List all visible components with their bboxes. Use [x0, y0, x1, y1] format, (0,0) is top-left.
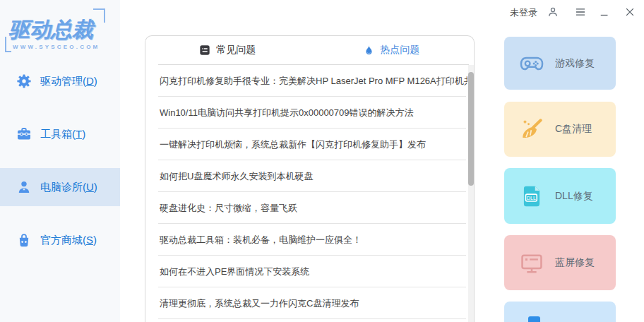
sidebar-item-label: 电脑诊所(U)	[40, 181, 97, 194]
dll-file-icon: DLL	[518, 183, 545, 210]
sidebar-item-pc-clinic[interactable]: 电脑诊所(U)	[0, 168, 120, 206]
broom-icon	[518, 116, 545, 143]
list-item[interactable]: 一键解决打印机烦恼，系统总裁新作【闪克打印机修复助手】发布	[145, 129, 467, 160]
list-item[interactable]: 硬盘进化史：尺寸微缩，容量飞跃	[145, 192, 467, 224]
sidebar-item-official-store[interactable]: 官方商城(S)	[0, 221, 120, 259]
c-drive-clean-button[interactable]: C盘清理	[504, 102, 616, 157]
minimize-icon[interactable]	[598, 6, 611, 18]
tab-common-questions[interactable]: 常见问题	[145, 36, 310, 64]
sidebar: 驱动总裁 WWW.SYSCEO.COM 驱动管理(D)	[0, 0, 120, 322]
list-item-text: 硬盘进化史：尺寸微缩，容量飞跃	[160, 203, 297, 213]
shopping-bag-icon	[16, 232, 32, 249]
sidebar-item-label: 工具箱(T)	[40, 128, 85, 141]
list-item-text: 如何在不进入PE界面情况下安装系统	[160, 266, 309, 277]
app-logo: 驱动总裁 WWW.SYSCEO.COM	[7, 6, 113, 56]
person-icon	[16, 179, 32, 196]
tab-hot-questions[interactable]: 热点问题	[310, 36, 475, 64]
list-icon	[199, 44, 210, 56]
user-icon[interactable]	[547, 6, 559, 18]
sidebar-item-label: 驱动管理(D)	[40, 75, 97, 88]
toolbox-icon	[16, 126, 32, 143]
gear-icon	[16, 73, 32, 90]
sidebar-item-label: 官方商城(S)	[40, 234, 97, 247]
list-item-text: Win10/11电脑访问共享打印机提示0x00000709错误的解决方法	[160, 107, 414, 118]
list-item[interactable]: Win10/11电脑访问共享打印机提示0x00000709错误的解决方法	[145, 97, 467, 129]
flame-icon	[364, 44, 374, 56]
button-label: C盘清理	[555, 123, 592, 136]
list-item-text: 一键解决打印机烦恼，系统总裁新作【闪克打印机修复助手】发布	[160, 139, 426, 150]
dll-icon-text: DLL	[527, 194, 536, 201]
partial-blue-icon	[528, 316, 540, 322]
button-label: 游戏修复	[555, 57, 595, 70]
row-divider	[158, 318, 466, 319]
sidebar-item-toolbox[interactable]: 工具箱(T)	[0, 115, 120, 153]
tab-label: 常见问题	[216, 44, 256, 56]
game-repair-button[interactable]: 游戏修复	[504, 37, 616, 90]
button-label: DLL修复	[555, 190, 593, 203]
tab-label: 热点问题	[380, 44, 419, 56]
app-window: 驱动总裁 WWW.SYSCEO.COM 驱动管理(D)	[0, 0, 644, 322]
close-icon[interactable]	[624, 6, 636, 18]
sidebar-item-driver-management[interactable]: 驱动管理(D)	[0, 62, 120, 100]
partial-bottom-button[interactable]	[504, 302, 616, 322]
login-status[interactable]: 未登录	[510, 6, 537, 19]
list-item[interactable]: 清理更彻底，系统总裁又一力作闪克C盘清理发布	[145, 287, 467, 319]
list-item-text: 驱动总裁工具箱：装机必备，电脑维护一应俱全！	[160, 234, 362, 245]
hamburger-menu-icon[interactable]	[574, 6, 587, 18]
list-item[interactable]: 闪克打印机修复助手很专业：完美解决HP LaserJet Pro MFP M12…	[145, 65, 467, 97]
list-item[interactable]: 驱动总裁工具箱：装机必备，电脑维护一应俱全！	[145, 224, 467, 256]
tab-bar: 常见问题 热点问题	[145, 36, 474, 64]
list-item-text: 如何把U盘魔术师永久安装到本机硬盘	[160, 171, 313, 181]
list-item[interactable]: 如何把U盘魔术师永久安装到本机硬盘	[145, 160, 467, 192]
logo-title: 驱动总裁	[8, 16, 93, 44]
monitor-icon	[518, 249, 545, 276]
list-item-text: 清理更彻底，系统总裁又一力作闪克C盘清理发布	[160, 298, 359, 309]
bluescreen-repair-button[interactable]: 蓝屏修复	[504, 235, 616, 290]
list-item-text: 闪克打印机修复助手很专业：完美解决HP LaserJet Pro MFP M12…	[160, 76, 467, 86]
question-panel: 常见问题 热点问题 闪克打印机修复助手很专业：完美解决HP LaserJet P…	[145, 35, 475, 322]
scrollbar-thumb[interactable]	[468, 72, 474, 186]
dll-repair-button[interactable]: DLL DLL修复	[504, 168, 616, 224]
logo-bracket-top-right	[93, 8, 105, 23]
button-label: 蓝屏修复	[555, 256, 595, 269]
logo-url: WWW.SYSCEO.COM	[13, 44, 100, 50]
question-list: 闪克打印机修复助手很专业：完美解决HP LaserJet Pro MFP M12…	[145, 65, 467, 319]
gamepad-icon	[518, 50, 545, 77]
list-item[interactable]: 如何在不进入PE界面情况下安装系统	[145, 256, 467, 287]
